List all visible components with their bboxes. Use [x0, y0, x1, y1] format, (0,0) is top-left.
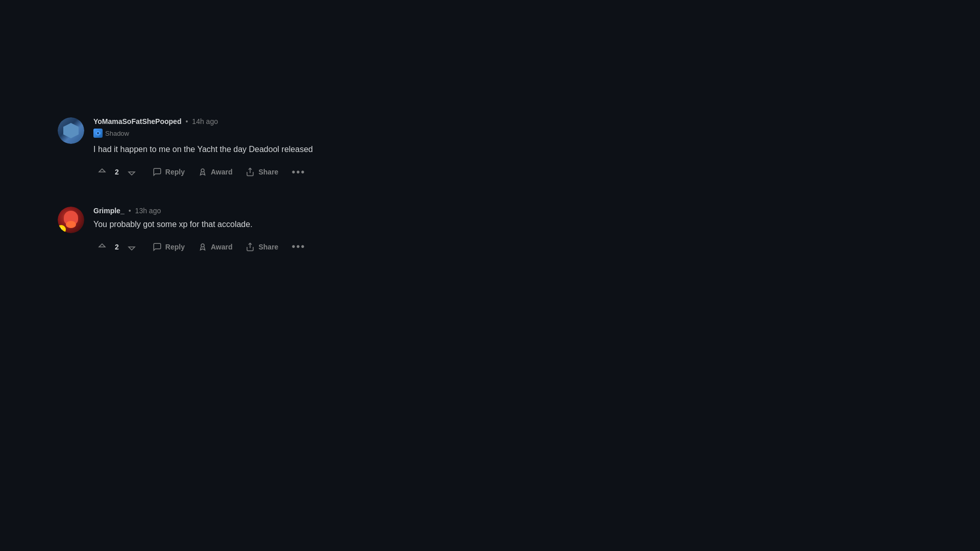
vote-group: 2 [93, 239, 140, 255]
comment-text: I had it happen to me on the Yacht the d… [93, 143, 466, 156]
share-button[interactable]: Share [240, 239, 283, 255]
vote-count: 2 [113, 243, 121, 251]
username[interactable]: YoMamaSoFatShePooped [93, 117, 181, 126]
avatar-badge: ⭐ [58, 225, 66, 233]
award-label: Award [211, 243, 233, 251]
comment-item: ⭐ Grimple_ • 13h ago You probably got so… [58, 207, 466, 256]
timestamp: 13h ago [135, 207, 161, 215]
comment-body: Grimple_ • 13h ago You probably got some… [93, 207, 466, 256]
flair-text: Shadow [105, 130, 129, 137]
user-flair: Shadow [93, 129, 466, 138]
vote-group: 2 [93, 164, 140, 180]
reply-label: Reply [165, 243, 185, 251]
comment-body: YoMamaSoFatShePooped • 14h ago Shadow I … [93, 117, 466, 181]
reply-label: Reply [165, 168, 185, 176]
more-button[interactable]: ••• [286, 163, 310, 181]
more-icon: ••• [291, 166, 305, 178]
comment-text: You probably got some xp for that accola… [93, 218, 466, 231]
avatar: ⭐ [58, 207, 84, 233]
reply-button[interactable]: Reply [148, 239, 190, 255]
share-button[interactable]: Share [240, 164, 283, 180]
comment-actions: 2 Reply [93, 163, 466, 181]
reply-button[interactable]: Reply [148, 164, 190, 180]
username[interactable]: Grimple_ [93, 207, 125, 215]
comments-container: YoMamaSoFatShePooped • 14h ago Shadow I … [58, 117, 466, 281]
downvote-button[interactable] [123, 164, 140, 180]
comment-header: YoMamaSoFatShePooped • 14h ago [93, 117, 466, 126]
svg-point-4 [201, 244, 204, 247]
svg-point-2 [201, 169, 204, 172]
award-label: Award [211, 168, 233, 176]
separator: • [129, 207, 131, 215]
downvote-button[interactable] [123, 239, 140, 255]
separator: • [185, 117, 188, 126]
more-button[interactable]: ••• [286, 238, 310, 256]
avatar [58, 117, 84, 144]
more-icon: ••• [291, 241, 305, 253]
upvote-button[interactable] [93, 164, 111, 180]
svg-point-1 [97, 132, 99, 134]
share-label: Share [258, 168, 278, 176]
flair-icon [93, 129, 103, 138]
award-button[interactable]: Award [193, 164, 238, 180]
comment-actions: 2 Reply [93, 238, 466, 256]
timestamp: 14h ago [192, 117, 218, 126]
share-label: Share [258, 243, 278, 251]
vote-count: 2 [113, 168, 121, 176]
avatar-image [58, 117, 84, 144]
comment-item: YoMamaSoFatShePooped • 14h ago Shadow I … [58, 117, 466, 181]
award-button[interactable]: Award [193, 239, 238, 255]
comment-header: Grimple_ • 13h ago [93, 207, 466, 215]
upvote-button[interactable] [93, 239, 111, 255]
